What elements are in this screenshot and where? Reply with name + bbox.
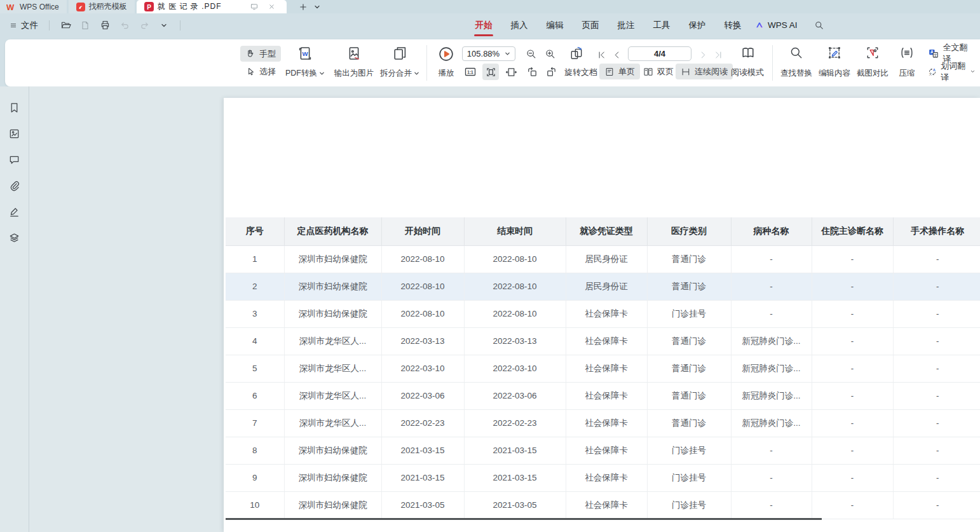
screenshot-compare-button[interactable]: 截图对比 — [852, 44, 894, 82]
tab-monitor-icon[interactable] — [247, 0, 261, 13]
docer-icon — [76, 3, 85, 11]
menu-tab-5[interactable]: 工具 — [644, 13, 679, 37]
rotate-left-button[interactable] — [524, 64, 540, 80]
menu-tab-2[interactable]: 编辑 — [537, 13, 573, 37]
continuous-reading-button[interactable]: 连续阅读 — [676, 64, 733, 79]
fit-width-icon — [505, 66, 517, 78]
actual-size-button[interactable]: 1:1 — [462, 64, 479, 80]
book-icon — [740, 45, 756, 60]
play-button[interactable]: 播放 — [428, 44, 464, 82]
hand-tool-button[interactable]: 手型 — [240, 46, 281, 62]
layers-panel-button[interactable] — [8, 231, 22, 245]
save-button[interactable] — [78, 18, 93, 33]
full-translate-button[interactable]: A文 全文翻译 — [923, 45, 980, 61]
pdf-convert-button[interactable]: W PDF转换 — [280, 44, 330, 82]
fit-page-button[interactable] — [482, 64, 499, 80]
table-header-cell: 开始时间 — [381, 217, 464, 245]
table-cell: 2021-03-15 — [464, 437, 566, 464]
zoom-out-button[interactable] — [523, 46, 540, 62]
table-cell: - — [731, 437, 812, 464]
tab-label: 就 医 记 录 .PDF — [158, 1, 243, 12]
table-cell: - — [812, 382, 893, 409]
table-row: 6深圳市龙华区人...2022-03-062022-03-06社会保障卡普通门诊… — [226, 382, 980, 409]
print-button[interactable] — [97, 18, 112, 33]
tab-docer-templates[interactable]: 找稻壳模板 — [69, 0, 135, 13]
table-cell: 2022-08-10 — [381, 273, 464, 300]
menu-tab-3[interactable]: 页面 — [573, 13, 608, 37]
table-cell: 居民身份证 — [566, 245, 647, 273]
table-cell: 门诊挂号 — [647, 491, 731, 519]
word-translate-button[interactable]: 文A 划词翻译 — [923, 64, 980, 79]
zoom-in-button[interactable] — [542, 46, 559, 62]
table-cell: 门诊挂号 — [647, 437, 731, 464]
previous-page-icon — [612, 50, 622, 60]
open-file-button[interactable] — [58, 18, 73, 33]
read-mode-button-icon[interactable] — [737, 44, 759, 61]
page-number-input[interactable]: 4/4 — [628, 46, 691, 61]
tab-document-pdf[interactable]: P 就 医 记 录 .PDF — [137, 0, 287, 13]
read-mode-label[interactable]: 阅读模式 — [731, 67, 764, 78]
rotate-pages-button[interactable] — [568, 45, 585, 62]
rotate-doc-label[interactable]: 旋转文档 — [564, 67, 597, 78]
table-header-cell: 定点医药机构名称 — [284, 217, 381, 245]
svg-text:文: 文 — [929, 71, 932, 75]
table-cell: 2021-03-05 — [381, 491, 464, 519]
previous-page-button[interactable] — [609, 46, 623, 63]
redo-button[interactable] — [137, 18, 152, 33]
svg-text:文: 文 — [934, 53, 937, 57]
zoom-level-select[interactable]: 105.88% — [462, 46, 515, 61]
menu-tab-0[interactable]: 开始 — [466, 13, 501, 37]
table-cell: 新冠肺炎门诊... — [731, 382, 812, 409]
rotate-right-button[interactable] — [543, 64, 559, 80]
table-cell: 深圳市龙华区人... — [284, 409, 381, 437]
divider — [180, 20, 180, 31]
tab-close-icon[interactable] — [265, 0, 279, 13]
table-cell: - — [893, 273, 980, 300]
table-cell: 2022-02-23 — [464, 409, 566, 437]
bookmarks-panel-button[interactable] — [8, 100, 22, 114]
export-image-button[interactable]: 输出为图片 — [328, 44, 380, 82]
edit-content-button[interactable]: 编辑内容 — [813, 44, 855, 82]
table-cell: - — [812, 491, 893, 519]
find-replace-label: 查找替换 — [780, 68, 812, 79]
new-tab-button[interactable] — [296, 0, 310, 13]
pdf-page[interactable]: 序号定点医药机构名称开始时间结束时间就诊凭证类型医疗类别病种名称住院主诊断名称手… — [224, 98, 980, 532]
fit-width-button[interactable] — [503, 64, 519, 80]
table-row: 1深圳市妇幼保健院2022-08-102022-08-10居民身份证普通门诊--… — [226, 245, 980, 273]
undo-button[interactable] — [117, 18, 132, 33]
signature-panel-button[interactable] — [8, 205, 22, 219]
table-cell: - — [812, 464, 893, 491]
menu-tab-1[interactable]: 插入 — [501, 13, 537, 37]
tab-list-chevron-icon[interactable] — [310, 0, 324, 13]
compress-button[interactable]: 压缩 — [891, 44, 923, 82]
select-tool-button[interactable]: 选择 — [240, 64, 281, 79]
first-page-button[interactable] — [594, 46, 608, 63]
file-menu-label: 文件 — [21, 20, 38, 31]
menu-tab-7[interactable]: 转换 — [715, 13, 751, 37]
find-replace-button[interactable]: 查找替换 — [775, 44, 817, 82]
next-page-button[interactable] — [696, 46, 710, 63]
last-page-button[interactable] — [711, 46, 725, 63]
bookmark-icon — [8, 102, 20, 114]
svg-text:W: W — [6, 3, 15, 11]
quick-access-chevron-icon[interactable] — [156, 18, 172, 33]
table-cell: 居民身份证 — [566, 273, 647, 300]
file-menu-button[interactable]: 文件 — [6, 18, 41, 33]
zoom-out-icon — [526, 48, 537, 60]
comments-panel-button[interactable] — [8, 153, 22, 167]
single-page-button[interactable]: 单页 — [599, 64, 640, 79]
wps-ai-button[interactable]: WPS AI — [751, 20, 801, 30]
table-cell: 深圳市妇幼保健院 — [284, 437, 381, 464]
table-cell: 2022-08-10 — [381, 300, 464, 327]
menu-tab-4[interactable]: 批注 — [608, 13, 644, 37]
menu-tab-6[interactable]: 保护 — [679, 13, 715, 37]
split-merge-button[interactable]: 拆分合并 — [375, 44, 425, 82]
svg-text:1:1: 1:1 — [467, 70, 473, 74]
tab-wps-home[interactable]: W WPS Office — [0, 0, 67, 13]
table-row: 7深圳市龙华区人...2022-02-232022-02-23社会保障卡普通门诊… — [226, 409, 980, 437]
menu-bar: 文件 开始插入编辑页面批注工具保护转换WPS AI — [0, 13, 980, 37]
chevron-down-icon — [505, 51, 510, 57]
thumbnails-panel-button[interactable] — [8, 126, 22, 140]
menu-search-button[interactable] — [814, 20, 824, 31]
attachments-panel-button[interactable] — [8, 179, 22, 193]
